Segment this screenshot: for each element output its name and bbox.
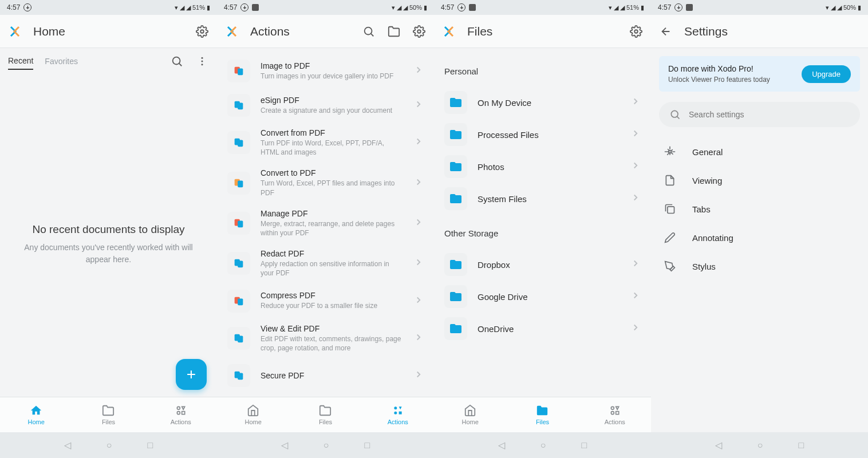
nav-files[interactable]: Files xyxy=(506,397,578,432)
chevron-right-icon xyxy=(413,217,424,230)
section-personal: Personal xyxy=(434,58,651,86)
file-location-item[interactable]: OneDrive xyxy=(434,313,651,345)
status-right: ▾◢◢50%▮ xyxy=(826,4,861,11)
nav-home[interactable]: Home xyxy=(0,397,72,432)
tab-favorites[interactable]: Favorites xyxy=(45,53,78,69)
back-icon[interactable] xyxy=(659,25,673,38)
settings-icon[interactable] xyxy=(412,25,426,38)
file-location-item[interactable]: Google Drive xyxy=(434,281,651,313)
settings-item[interactable]: Viewing xyxy=(659,166,860,195)
kebab-menu-icon[interactable] xyxy=(195,54,209,68)
settings-item[interactable]: General xyxy=(659,137,860,166)
svg-rect-28 xyxy=(238,373,243,380)
plus-indicator-icon: + xyxy=(674,3,682,11)
xodo-logo-icon xyxy=(8,25,22,38)
xodo-logo-icon xyxy=(442,25,456,38)
folder-icon xyxy=(444,253,467,276)
action-item[interactable]: Image to PDFTurn images in your device g… xyxy=(217,54,434,88)
nav-files[interactable]: Files xyxy=(289,397,361,432)
nav-files[interactable]: Files xyxy=(72,397,144,432)
action-item[interactable]: eSign PDFCreate a signature and sign you… xyxy=(217,88,434,123)
svg-rect-26 xyxy=(238,335,243,342)
svg-rect-32 xyxy=(399,412,401,414)
home-nav-icon[interactable]: ○ xyxy=(540,440,546,451)
image-indicator-icon xyxy=(252,4,259,11)
back-nav-icon[interactable]: ◁ xyxy=(498,440,505,451)
chevron-right-icon xyxy=(630,128,641,141)
action-item[interactable]: Redact PDFApply redaction on sensitive i… xyxy=(217,243,434,283)
nav-home[interactable]: Home xyxy=(434,397,506,432)
nav-actions[interactable]: Actions xyxy=(145,397,217,432)
action-subtitle: Turn images in your device gallery into … xyxy=(261,72,403,81)
home-nav-icon[interactable]: ○ xyxy=(757,440,763,451)
action-item[interactable]: Secure PDF xyxy=(217,358,434,393)
search-settings-input[interactable] xyxy=(689,110,850,119)
settings-item[interactable]: Stylus xyxy=(659,252,860,281)
status-right: ▾◢◢50%▮ xyxy=(392,4,427,11)
action-title: Convert from PDF xyxy=(261,128,403,137)
recents-nav-icon[interactable]: □ xyxy=(799,440,804,451)
battery-icon: ▮ xyxy=(207,4,210,11)
recents-nav-icon[interactable]: □ xyxy=(148,440,153,451)
wifi-icon: ▾ xyxy=(392,4,395,11)
file-location-item[interactable]: On My Device xyxy=(434,86,651,119)
settings-item-icon xyxy=(664,174,676,187)
action-item[interactable]: View & Edit PDFEdit PDF with text, comme… xyxy=(217,318,434,358)
file-location-item[interactable]: Photos xyxy=(434,151,651,183)
back-nav-icon[interactable]: ◁ xyxy=(715,440,722,451)
bottom-nav: Home Files Actions xyxy=(434,397,651,432)
action-item[interactable]: Manage PDFMerge, extract, rearrange, and… xyxy=(217,203,434,243)
settings-icon[interactable] xyxy=(629,25,643,38)
back-nav-icon[interactable]: ◁ xyxy=(64,440,71,451)
settings-item-label: General xyxy=(692,147,723,157)
signal-icon: ◢ xyxy=(614,4,618,11)
search-icon[interactable] xyxy=(362,25,376,38)
home-nav-icon[interactable]: ○ xyxy=(106,440,112,451)
status-bar: 4:57+ ▾◢◢51%▮ xyxy=(434,0,651,15)
chevron-right-icon xyxy=(630,290,641,303)
nav-actions[interactable]: Actions xyxy=(579,397,651,432)
nav-home[interactable]: Home xyxy=(217,397,289,432)
settings-item[interactable]: Annotating xyxy=(659,223,860,252)
action-item[interactable]: Convert to PDFTurn Word, Excel, PPT file… xyxy=(217,163,434,203)
settings-icon[interactable] xyxy=(195,25,209,38)
nav-actions[interactable]: Actions xyxy=(362,397,434,432)
file-location-item[interactable]: Processed Files xyxy=(434,119,651,151)
file-location-item[interactable]: System Files xyxy=(434,183,651,215)
chevron-right-icon xyxy=(413,369,424,382)
svg-rect-20 xyxy=(238,220,243,227)
settings-item-icon xyxy=(664,260,676,273)
search-settings[interactable] xyxy=(659,102,860,127)
chevron-right-icon xyxy=(413,332,424,345)
battery-pct: 51% xyxy=(626,4,639,11)
search-icon[interactable] xyxy=(170,54,184,68)
signal-icon: ◢ xyxy=(403,4,408,11)
recents-nav-icon[interactable]: □ xyxy=(365,440,370,451)
plus-indicator-icon: + xyxy=(457,3,465,11)
fab-add-button[interactable]: + xyxy=(176,359,207,390)
file-location-item[interactable]: Dropbox xyxy=(434,248,651,281)
image-indicator-icon xyxy=(686,4,693,11)
folder-icon[interactable] xyxy=(387,25,401,38)
battery-icon: ▮ xyxy=(858,4,861,11)
action-item[interactable]: Compress PDFReduce your PDF to a smaller… xyxy=(217,284,434,318)
tab-recent[interactable]: Recent xyxy=(8,53,33,70)
action-item[interactable]: Convert from PDFTurn PDF into Word, Exce… xyxy=(217,123,434,163)
recents-nav-icon[interactable]: □ xyxy=(582,440,587,451)
appbar-title: Actions xyxy=(250,25,350,38)
upgrade-button[interactable]: Upgrade xyxy=(802,65,851,83)
plus-indicator-icon: + xyxy=(240,3,248,11)
svg-point-1 xyxy=(173,57,180,65)
settings-item[interactable]: Tabs xyxy=(659,195,860,223)
chevron-right-icon xyxy=(413,65,424,77)
svg-point-31 xyxy=(394,412,397,414)
file-location-label: OneDrive xyxy=(478,324,620,334)
action-subtitle: Apply redaction on sensitive information… xyxy=(261,259,403,278)
svg-rect-12 xyxy=(238,68,243,75)
action-icon xyxy=(227,172,250,195)
home-nav-icon[interactable]: ○ xyxy=(323,440,329,451)
back-nav-icon[interactable]: ◁ xyxy=(281,440,288,451)
promo-subtitle: Unlock Viewer Pro features today xyxy=(668,76,794,84)
settings-item-label: Tabs xyxy=(692,204,711,214)
signal-icon: ◢ xyxy=(831,4,835,11)
